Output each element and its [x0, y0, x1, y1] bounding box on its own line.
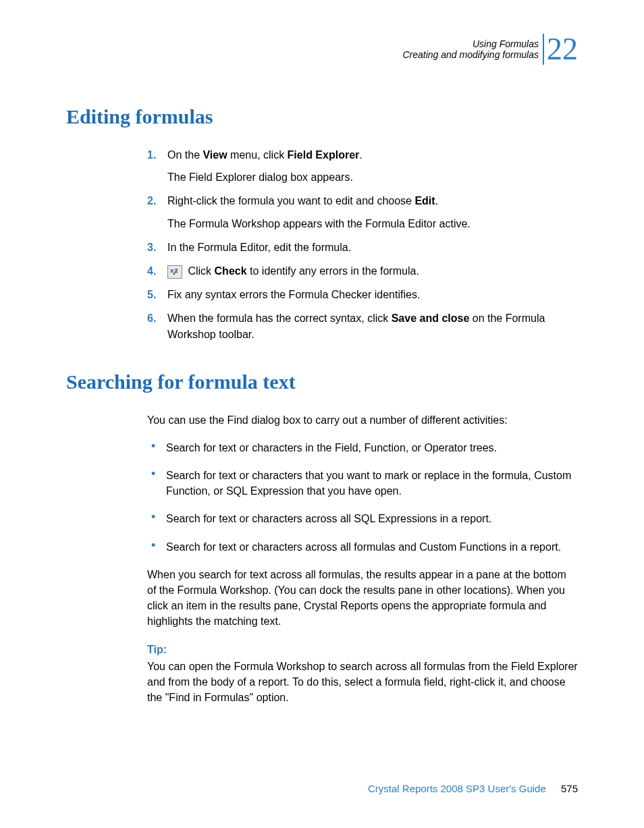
- step-5: 5. Fix any syntax errors the Formula Che…: [147, 287, 578, 302]
- tip-label: Tip:: [147, 642, 578, 657]
- list-item: Search for text or characters across all…: [147, 539, 578, 555]
- footer-title: Crystal Reports 2008 SP3 User's Guide: [368, 783, 546, 794]
- header-line2: Creating and modifying formulas: [402, 49, 539, 60]
- step-text: Fix any syntax errors the Formula Checke…: [167, 289, 420, 300]
- bullets-list: Search for text or characters in the Fie…: [147, 440, 578, 555]
- results-para: When you search for text across all form…: [147, 567, 578, 630]
- step-number: 5.: [147, 287, 156, 302]
- step-text: Right-click the formula you want to edit…: [167, 195, 438, 206]
- chapter-number: 22: [543, 34, 578, 65]
- list-item: Search for text or characters in the Fie…: [147, 440, 578, 456]
- step-1: 1. On the View menu, click Field Explore…: [147, 147, 578, 185]
- intro-para: You can use the Find dialog box to carry…: [147, 412, 578, 428]
- heading-searching: Searching for formula text: [66, 370, 578, 393]
- heading-editing-formulas: Editing formulas: [66, 105, 578, 128]
- list-item: Search for text or characters that you w…: [147, 468, 578, 499]
- step-text: When the formula has the correct syntax,…: [167, 312, 545, 339]
- header-line1: Using Formulas: [402, 38, 539, 49]
- tip-body: You can open the Formula Workshop to sea…: [147, 659, 578, 706]
- step-number: 3.: [147, 240, 156, 255]
- step-3: 3. In the Formula Editor, edit the formu…: [147, 240, 578, 255]
- step-6: 6. When the formula has the correct synt…: [147, 310, 578, 341]
- section2-content: You can use the Find dialog box to carry…: [147, 412, 578, 706]
- header-text: Using Formulas Creating and modifying fo…: [402, 38, 539, 60]
- footer-page: 575: [561, 783, 578, 794]
- page-footer: Crystal Reports 2008 SP3 User's Guide 57…: [368, 783, 578, 794]
- list-item: Search for text or characters across all…: [147, 511, 578, 526]
- step-text: Click Check to identify any errors in th…: [188, 265, 419, 277]
- step-4: 4. x·2✓ Click Check to identify any erro…: [147, 263, 578, 279]
- page-header: Using Formulas Creating and modifying fo…: [66, 34, 578, 65]
- step-subtext: The Field Explorer dialog box appears.: [167, 169, 578, 185]
- step-number: 6.: [147, 310, 156, 326]
- section2: Searching for formula text You can use t…: [66, 370, 578, 706]
- step-subtext: The Formula Workshop appears with the Fo…: [167, 216, 578, 231]
- step-text: In the Formula Editor, edit the formula.: [167, 242, 351, 253]
- step-2: 2. Right-click the formula you want to e…: [147, 193, 578, 231]
- step-number: 4.: [147, 263, 156, 279]
- steps-list: 1. On the View menu, click Field Explore…: [147, 147, 578, 342]
- step-text: On the View menu, click Field Explorer.: [167, 149, 363, 161]
- step-number: 1.: [147, 147, 156, 163]
- section1-content: 1. On the View menu, click Field Explore…: [147, 147, 578, 342]
- check-formula-icon: x·2✓: [167, 265, 182, 279]
- step-number: 2.: [147, 193, 156, 209]
